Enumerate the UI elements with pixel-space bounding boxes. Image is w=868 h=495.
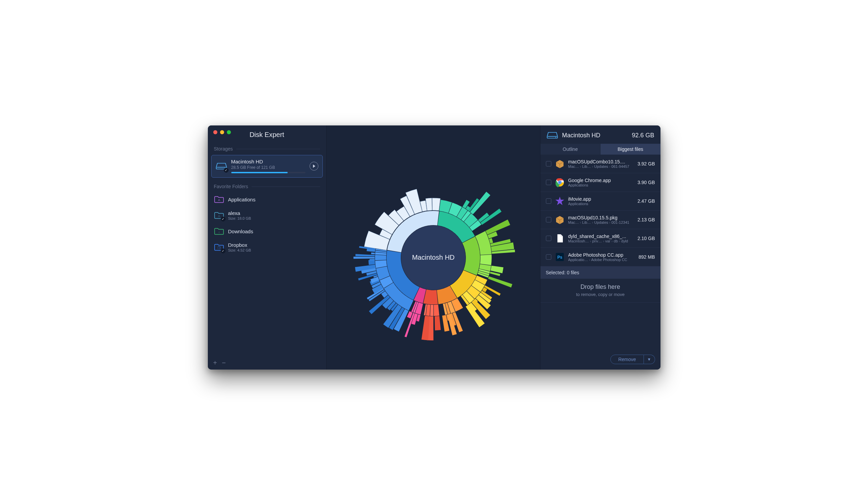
file-icon	[555, 159, 565, 169]
check-badge-icon	[224, 168, 228, 173]
selected-count: Selected: 0 files	[541, 267, 661, 279]
file-checkbox[interactable]	[546, 180, 551, 185]
drop-title: Drop files here	[541, 284, 661, 291]
file-path: Macintosh… › priv… › var › db › dyld	[568, 239, 630, 243]
tab-biggest-files[interactable]: Biggest files	[600, 144, 661, 155]
drop-subtitle: to remove, copy or move	[541, 292, 661, 297]
tab-outline[interactable]: Outline	[541, 144, 600, 155]
file-row[interactable]: iMovie.app Applications 2.47 GB	[541, 192, 661, 210]
check-badge-icon	[221, 249, 225, 253]
storage-name: Macintosh HD	[231, 159, 306, 165]
favorite-name: Applications	[228, 197, 256, 202]
add-favorite-button[interactable]: +	[213, 359, 217, 366]
file-name: dyld_shared_cache_x86_...	[568, 234, 630, 239]
folder-icon: A	[214, 195, 224, 203]
favorite-name: Dropbox	[228, 242, 251, 248]
file-row[interactable]: Ps Adobe Photoshop CC.app Applicatio… › …	[541, 248, 661, 267]
section-favorites: Favorite Folders	[208, 183, 326, 191]
favorite-size: Size: 18.0 GB	[228, 216, 251, 220]
svg-text:↓: ↓	[218, 230, 220, 234]
favorite-item-dropbox[interactable]: ❒ Dropbox Size: 4.52 GB	[211, 239, 323, 256]
scan-button[interactable]	[310, 162, 318, 171]
file-size: 3.92 GB	[633, 161, 655, 167]
file-size: 2.47 GB	[633, 198, 655, 204]
storage-subtitle: 28.5 GB Free of 121 GB	[231, 165, 306, 170]
right-tabs: Outline Biggest files	[541, 144, 661, 155]
file-name: macOSUpdCombo10.15....	[568, 159, 630, 165]
storage-item-macintosh-hd[interactable]: Macintosh HD 28.5 GB Free of 121 GB	[211, 155, 323, 178]
file-icon	[555, 177, 565, 187]
right-panel: Macintosh HD 92.6 GB Outline Biggest fil…	[540, 125, 661, 370]
svg-marker-15	[556, 197, 564, 205]
chart-area: Macintosh HD	[326, 125, 540, 370]
folder-icon: ❒	[214, 243, 224, 251]
right-total-size: 92.6 GB	[632, 132, 654, 139]
minimize-icon[interactable]	[220, 130, 224, 134]
file-icon: Ps	[555, 252, 565, 262]
remove-menu-button[interactable]: ▼	[644, 355, 655, 364]
file-name: iMovie.app	[568, 196, 630, 202]
drop-area[interactable]: Drop files here to remove, copy or move	[541, 279, 661, 303]
file-checkbox[interactable]	[546, 236, 551, 241]
remove-button[interactable]: Remove	[610, 355, 644, 364]
file-size: 2.10 GB	[633, 236, 655, 241]
file-size: 892 MB	[633, 254, 655, 260]
svg-text:❒: ❒	[218, 246, 220, 250]
file-row[interactable]: dyld_shared_cache_x86_... Macintosh… › p…	[541, 229, 661, 248]
folder-icon: ⌂	[214, 211, 224, 219]
file-path: Applicatio… › Adobe Photoshop CC	[568, 258, 630, 262]
favorites-list: A Applications ⌂ alexa Size: 18.0 GB ↓ D…	[208, 191, 326, 256]
fullscreen-icon[interactable]	[227, 130, 231, 134]
right-title: Macintosh HD	[562, 132, 628, 139]
file-path: Mac… › Lib… › Updates › 001-12341	[568, 220, 630, 224]
favorite-name: Downloads	[228, 228, 253, 234]
svg-text:⌂: ⌂	[218, 214, 220, 218]
section-favorites-label: Favorite Folders	[214, 184, 248, 189]
favorite-item-downloads[interactable]: ↓ Downloads	[211, 224, 323, 239]
file-path: Applications	[568, 183, 630, 187]
favorite-item-applications[interactable]: A Applications	[211, 192, 323, 207]
file-list: macOSUpdCombo10.15.... Mac… › Lib… › Upd…	[541, 155, 661, 267]
file-size: 2.13 GB	[633, 217, 655, 222]
section-storages-label: Storages	[214, 146, 233, 152]
disk-icon	[216, 162, 227, 171]
file-checkbox[interactable]	[546, 198, 551, 204]
check-badge-icon	[221, 217, 225, 221]
file-name: macOSUpd10.15.5.pkg	[568, 215, 630, 220]
favorite-name: alexa	[228, 210, 251, 216]
favorite-size: Size: 4.52 GB	[228, 248, 251, 252]
file-path: Applications	[568, 202, 630, 206]
sidebar-footer: + −	[208, 356, 326, 370]
remove-favorite-button[interactable]: −	[222, 359, 226, 366]
svg-text:Ps: Ps	[557, 255, 562, 260]
chart-center-label: Macintosh HD	[412, 254, 455, 261]
section-storages: Storages	[208, 145, 326, 154]
svg-point-8	[556, 137, 556, 138]
file-row[interactable]: macOSUpdCombo10.15.... Mac… › Lib… › Upd…	[541, 155, 661, 173]
file-icon	[555, 215, 565, 225]
file-checkbox[interactable]	[546, 217, 551, 222]
file-name: Adobe Photoshop CC.app	[568, 252, 630, 258]
window-controls	[213, 130, 231, 134]
app-window: Disk Expert Storages Macintosh HD 28.5 G…	[208, 125, 661, 370]
file-row[interactable]: Google Chrome.app Applications 3.90 GB	[541, 173, 661, 192]
file-path: Mac… › Lib… › Updates › 061-94457	[568, 165, 630, 169]
close-icon[interactable]	[213, 130, 217, 134]
file-icon	[555, 196, 565, 206]
svg-text:A: A	[218, 198, 220, 202]
favorite-item-alexa[interactable]: ⌂ alexa Size: 18.0 GB	[211, 207, 323, 224]
file-row[interactable]: macOSUpd10.15.5.pkg Mac… › Lib… › Update…	[541, 210, 661, 229]
remove-row: Remove ▼	[541, 349, 661, 370]
right-header: Macintosh HD 92.6 GB	[541, 125, 661, 144]
svg-point-14	[558, 182, 561, 184]
file-size: 3.90 GB	[633, 180, 655, 185]
storage-usage-bar	[231, 172, 306, 173]
sunburst-chart[interactable]: Macintosh HD	[345, 146, 522, 349]
file-checkbox[interactable]	[546, 254, 551, 260]
folder-icon: ↓	[214, 227, 224, 235]
file-checkbox[interactable]	[546, 161, 551, 167]
sidebar: Disk Expert Storages Macintosh HD 28.5 G…	[208, 125, 326, 370]
file-icon	[555, 233, 565, 243]
file-name: Google Chrome.app	[568, 178, 630, 183]
disk-icon	[547, 131, 558, 140]
